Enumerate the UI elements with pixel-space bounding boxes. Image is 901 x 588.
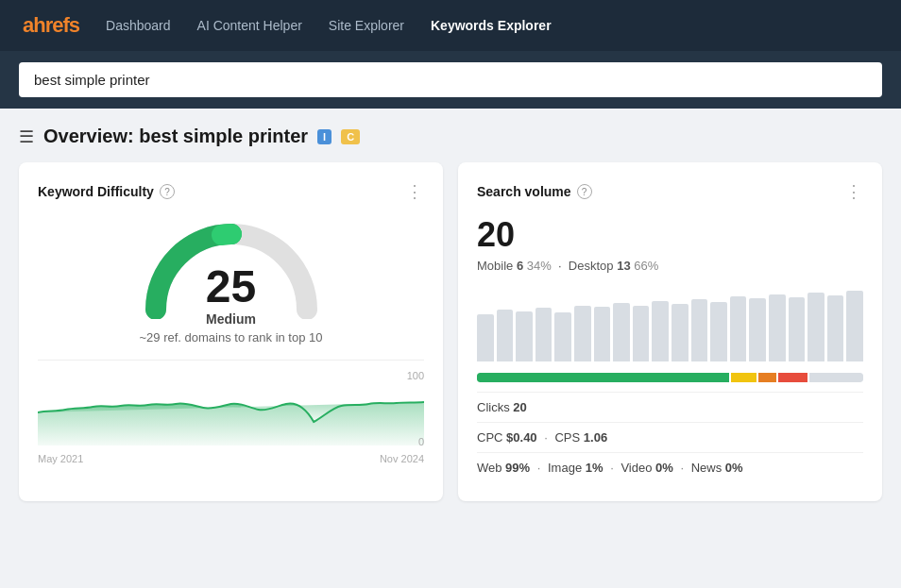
bar-item: [477, 314, 494, 361]
bar-item: [613, 303, 630, 361]
bar-item: [516, 311, 533, 361]
nav-keywords-explorer[interactable]: Keywords Explorer: [431, 18, 552, 33]
chart-date-range: May 2021 Nov 2024: [38, 453, 424, 464]
kd-line-chart: [38, 370, 424, 445]
bar-item: [594, 307, 611, 361]
gauge-container: 25 Medium ~29 ref. domains to rank in to…: [38, 215, 424, 344]
sv-card: Search volume ? ⋮ 20 Mobile 6 34% · Desk…: [458, 162, 882, 501]
bar-item: [536, 308, 552, 361]
cards-row: Keyword Difficulty ? ⋮ 25 Medium: [19, 162, 882, 501]
kd-card-title: Keyword Difficulty: [38, 184, 154, 199]
chart-max-label: 100: [407, 370, 424, 381]
kd-trend-chart: 100 0 May 2021 Nov 2024: [38, 360, 424, 464]
kd-ref-domains: ~29 ref. domains to rank in top 10: [139, 330, 322, 344]
bar-item: [574, 306, 591, 361]
color-bar-yellow: [731, 373, 756, 382]
nav-ai-content[interactable]: AI Content Helper: [197, 18, 302, 33]
sv-title-group: Search volume ?: [477, 184, 592, 199]
bar-item: [846, 291, 863, 361]
bar-item: [789, 297, 806, 361]
image-pct: 1%: [586, 461, 604, 475]
logo[interactable]: ahrefs: [23, 13, 79, 38]
bar-item: [808, 293, 824, 361]
search-input[interactable]: [19, 62, 882, 97]
chart-date-end: Nov 2024: [380, 453, 424, 464]
page-title: Overview: best simple printer: [43, 126, 308, 147]
bar-item: [672, 304, 688, 361]
bar-item: [652, 301, 669, 361]
news-pct: 0%: [725, 461, 743, 475]
web-pct: 99%: [505, 461, 530, 475]
clicks-row: Clicks 20: [477, 392, 863, 422]
content-area: ☰ Overview: best simple printer I C Keyw…: [0, 109, 901, 518]
video-pct: 0%: [655, 461, 673, 475]
sv-breakdown: Mobile 6 34% · Desktop 13 66%: [477, 259, 863, 273]
cpc-cps-row: CPC $0.40 · CPS 1.06: [477, 422, 863, 452]
badge-i: I: [317, 129, 332, 144]
chart-min-label: 0: [418, 436, 424, 447]
color-bar-green: [477, 373, 729, 382]
bar-item: [730, 296, 747, 361]
nav-dashboard[interactable]: Dashboard: [106, 18, 171, 33]
sv-card-title: Search volume: [477, 184, 571, 199]
cps-value: 1.06: [584, 430, 607, 445]
badge-c: C: [341, 129, 360, 144]
sv-bar-chart: [477, 286, 863, 361]
bar-item: [554, 312, 571, 361]
bar-item: [827, 295, 844, 361]
logo-text: hrefs: [33, 13, 79, 37]
bar-item: [749, 298, 766, 361]
sv-card-header: Search volume ? ⋮: [477, 181, 863, 202]
clicks-value: 20: [513, 400, 526, 414]
kd-title-group: Keyword Difficulty ?: [38, 184, 175, 199]
chart-date-start: May 2021: [38, 453, 83, 464]
sv-menu-icon[interactable]: ⋮: [845, 181, 863, 202]
search-bar-wrapper: [0, 51, 901, 109]
sv-desktop-pct: 66%: [634, 259, 658, 273]
kd-card: Keyword Difficulty ? ⋮ 25 Medium: [19, 162, 443, 501]
kd-score: 25: [139, 264, 322, 310]
kd-menu-icon[interactable]: ⋮: [406, 181, 424, 202]
bar-item: [633, 306, 650, 361]
sv-volume: 20: [477, 215, 863, 255]
sv-mobile-pct: 34%: [527, 259, 552, 273]
bar-item: [769, 294, 786, 361]
page-header: ☰ Overview: best simple printer I C: [19, 126, 882, 147]
cpc-value: $0.40: [506, 430, 537, 445]
kd-level: Medium: [139, 311, 322, 327]
bar-item: [710, 302, 727, 361]
nav-site-explorer[interactable]: Site Explorer: [329, 18, 404, 33]
kd-card-header: Keyword Difficulty ? ⋮: [38, 181, 424, 202]
hamburger-icon[interactable]: ☰: [19, 126, 34, 147]
color-bar-red: [778, 373, 808, 382]
kd-help-icon[interactable]: ?: [160, 184, 175, 199]
sv-desktop-val: 13: [617, 259, 630, 273]
color-bar-orange: [758, 373, 776, 382]
sv-color-bar: [477, 373, 863, 382]
sv-mobile-val: 6: [517, 259, 523, 273]
color-bar-gray: [809, 373, 863, 382]
bar-item: [691, 299, 708, 361]
serp-types-row: Web 99% · Image 1% · Video 0% · News 0%: [477, 452, 863, 482]
sv-help-icon[interactable]: ?: [577, 184, 592, 199]
navbar: ahrefs Dashboard AI Content Helper Site …: [0, 0, 901, 51]
logo-accent: a: [23, 13, 33, 37]
bar-item: [497, 310, 514, 361]
